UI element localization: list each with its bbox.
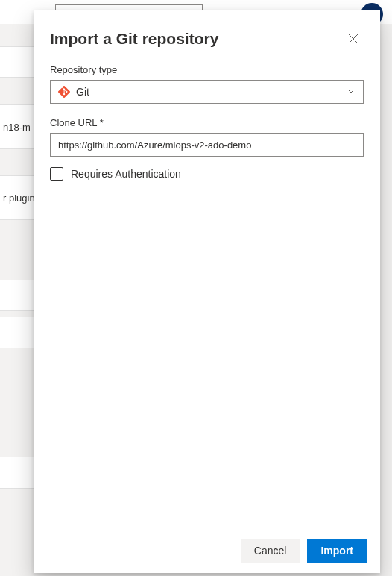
background-row — [0, 46, 34, 78]
close-button[interactable] — [343, 28, 364, 49]
repository-type-select[interactable]: Git — [50, 80, 364, 104]
cancel-button[interactable]: Cancel — [241, 539, 300, 563]
modal-footer: Cancel Import — [34, 528, 380, 573]
repository-type-label: Repository type — [50, 64, 364, 75]
background-row — [0, 317, 34, 348]
import-git-modal: Import a Git repository Repository type … — [34, 10, 380, 573]
background-row — [0, 457, 34, 489]
import-button[interactable]: Import — [307, 539, 367, 563]
title-row: Import a Git repository — [50, 28, 364, 49]
close-icon — [347, 33, 359, 45]
git-icon — [58, 86, 70, 98]
requires-auth-row: Requires Authentication — [50, 167, 364, 181]
requires-auth-checkbox[interactable] — [50, 167, 63, 181]
modal-title: Import a Git repository — [50, 30, 218, 48]
repository-type-value: Git — [76, 86, 347, 98]
background-row: n18-m — [0, 104, 34, 149]
chevron-down-icon — [347, 85, 355, 98]
clone-url-input[interactable] — [50, 133, 364, 157]
background-row — [0, 280, 34, 311]
requires-auth-label: Requires Authentication — [71, 168, 181, 180]
clone-url-label: Clone URL * — [50, 117, 364, 128]
modal-body: Import a Git repository Repository type … — [34, 10, 380, 528]
background-row: r plugin — [0, 175, 34, 220]
